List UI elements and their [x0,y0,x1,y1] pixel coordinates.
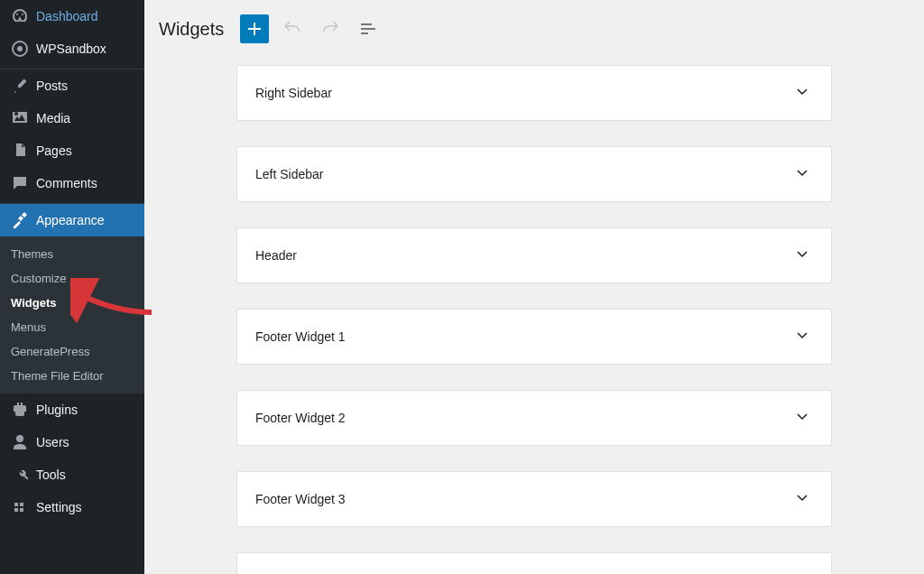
chevron-down-icon [791,486,813,512]
widget-areas-list: Right Sidebar Left Sidebar Header Footer… [144,65,924,574]
widget-area-right-sidebar[interactable]: Right Sidebar [236,65,832,121]
chevron-down-icon [791,324,813,349]
submenu-item-widgets[interactable]: Widgets [0,291,144,315]
sidebar-item-label: Users [36,435,69,449]
chevron-down-icon [791,568,813,574]
chevron-down-icon [791,162,813,187]
list-view-button[interactable] [354,14,383,43]
sidebar-item-label: WPSandbox [36,42,106,56]
tools-icon [11,466,29,484]
chevron-down-icon [791,243,813,268]
widget-area-title: Left Sidebar [255,167,324,181]
pages-icon [11,142,29,160]
chevron-down-icon [791,80,813,106]
undo-icon [282,18,303,40]
settings-icon [11,498,29,516]
sidebar-item-label: Settings [36,500,82,514]
users-icon [11,433,29,451]
sidebar-item-settings[interactable]: Settings [0,491,144,523]
submenu-item-themes[interactable]: Themes [0,242,144,266]
widget-area-title: Footer Widget 2 [255,411,346,425]
redo-button[interactable] [316,14,345,43]
sidebar-item-label: Comments [36,176,97,190]
wpsandbox-icon [11,40,29,58]
sidebar-item-posts[interactable]: Posts [0,69,144,102]
widget-area-title: Header [255,248,297,263]
submenu-item-generatepress[interactable]: GeneratePress [0,339,144,364]
sidebar-item-label: Tools [36,468,66,482]
pin-icon [11,77,29,95]
widget-area-footer-3[interactable]: Footer Widget 3 [236,471,832,527]
widget-area-title: Footer Widget 3 [255,492,346,506]
sidebar-item-users[interactable]: Users [0,426,144,458]
widget-area-header[interactable]: Header [236,227,832,283]
sidebar-item-label: Pages [36,144,72,158]
undo-button[interactable] [278,14,307,43]
sidebar-item-tools[interactable]: Tools [0,458,144,491]
submenu-item-menus[interactable]: Menus [0,315,144,339]
admin-sidebar: Dashboard WPSandbox Posts Media Pages Co… [0,0,144,574]
widget-area-title: Footer Widget 1 [255,329,346,344]
sidebar-item-pages[interactable]: Pages [0,134,144,167]
sidebar-item-dashboard[interactable]: Dashboard [0,0,144,32]
sidebar-item-label: Media [36,111,70,125]
media-icon [11,109,29,127]
sidebar-item-comments[interactable]: Comments [0,167,144,199]
submenu-item-theme-file-editor[interactable]: Theme File Editor [0,364,144,388]
add-block-button[interactable] [240,14,269,43]
comments-icon [11,174,29,192]
sidebar-item-label: Plugins [36,403,78,417]
sidebar-item-media[interactable]: Media [0,102,144,134]
chevron-down-icon [791,405,813,430]
sidebar-item-wpsandbox[interactable]: WPSandbox [0,32,144,65]
widget-area-left-sidebar[interactable]: Left Sidebar [236,146,832,202]
dashboard-icon [11,7,29,25]
widget-area-footer-2[interactable]: Footer Widget 2 [236,390,832,446]
widget-area-footer-4[interactable]: Footer Widget 4 [236,552,832,574]
submenu-item-customize[interactable]: Customize [0,266,144,291]
list-view-icon [357,18,379,40]
editor-header: Widgets [144,0,924,65]
svg-point-1 [17,46,23,51]
main-content: Widgets Right Sidebar Left Sidebar He [144,0,924,574]
redo-icon [319,18,341,40]
appearance-submenu: Themes Customize Widgets Menus GenerateP… [0,236,144,393]
plugins-icon [11,401,29,419]
appearance-icon [11,211,29,229]
widget-area-footer-1[interactable]: Footer Widget 1 [236,309,832,365]
sidebar-item-label: Posts [36,79,68,93]
sidebar-item-plugins[interactable]: Plugins [0,393,144,426]
sidebar-item-label: Appearance [36,213,105,227]
widget-area-title: Right Sidebar [255,86,332,100]
plus-icon [244,18,265,40]
sidebar-item-appearance[interactable]: Appearance [0,204,144,236]
sidebar-item-label: Dashboard [36,9,98,23]
page-title: Widgets [159,19,224,40]
